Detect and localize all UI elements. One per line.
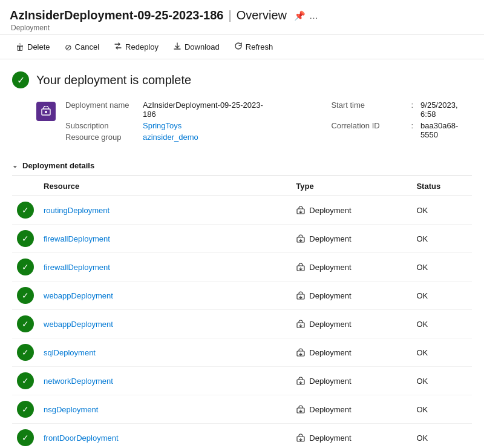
row-status: OK [411,367,472,395]
toolbar: 🗑 Delete ⊘ Cancel Redeploy Download Refr… [0,35,484,59]
type-label: Deployment [309,320,351,329]
cancel-label: Cancel [75,42,99,51]
refresh-label: Refresh [246,42,273,51]
pin-icon[interactable]: 📌 [294,10,306,21]
delete-button[interactable]: 🗑 Delete [10,39,56,55]
deployment-type-icon [296,205,306,215]
row-resource-name: webappDeployment [39,310,291,338]
type-label: Deployment [309,291,351,300]
page-subtitle: Overview [237,8,287,22]
row-status-check: ✓ [12,395,39,424]
deployment-type-icon [296,319,306,329]
deployment-type-icon [296,348,306,357]
row-status-check: ✓ [12,338,39,367]
download-button[interactable]: Download [167,39,226,55]
table-row: ✓networkDeployment DeploymentOK [12,367,472,395]
label-resource-group: Resource group [65,133,138,142]
table-row: ✓webappDeployment DeploymentOK [12,282,472,310]
resource-link[interactable]: webappDeployment [44,291,113,300]
more-options-icon[interactable]: … [309,10,318,21]
type-label: Deployment [309,433,351,443]
status-success-icon: ✓ [12,71,29,88]
success-check-icon: ✓ [17,230,34,247]
deployment-type-icon [296,291,306,300]
value-deployment-name: AzInsiderDeployment-09-25-2023-186 [143,100,270,119]
svg-point-1 [45,111,47,113]
label-subscription: Subscription [65,121,138,130]
deployment-type-icon [296,404,306,414]
info-left: Deployment name AzInsiderDeployment-09-2… [65,100,270,142]
deployment-type-icon [296,433,306,443]
row-type: Deployment [291,338,411,367]
cancel-button[interactable]: ⊘ Cancel [59,39,105,55]
deployment-type-icon [296,234,306,243]
resource-link[interactable]: networkDeployment [44,377,113,386]
refresh-button[interactable]: Refresh [228,39,280,55]
info-row-resource-group: Resource group azinsider_demo [65,133,270,142]
success-check-icon: ✓ [17,372,34,389]
col-header-status: Status [411,176,472,196]
row-type: Deployment [291,196,411,225]
row-resource-name: nsgDeployment [39,395,291,424]
chevron-down-icon: ⌄ [12,162,18,170]
info-row-subscription: Subscription SpringToys [65,121,270,130]
label-correlation-id: Correlation ID [331,121,404,139]
row-type: Deployment [291,253,411,282]
deployment-type-icon [296,262,306,272]
label-start-time: Start time [331,100,404,119]
label-deployment-name: Deployment name [65,100,138,119]
col-header-check [12,176,39,196]
table-row: ✓firewallDeployment DeploymentOK [12,253,472,282]
delete-label: Delete [27,42,50,51]
redeploy-button[interactable]: Redeploy [108,39,165,55]
table-header-row: Resource Type Status [12,176,472,196]
header-separator: | [228,8,231,22]
row-status: OK [411,395,472,424]
row-status-check: ✓ [12,196,39,225]
row-status: OK [411,338,472,367]
row-type: Deployment [291,225,411,253]
value-subscription[interactable]: SpringToys [143,121,182,130]
row-status: OK [411,424,472,449]
row-status-check: ✓ [12,424,39,449]
resource-link[interactable]: webappDeployment [44,320,113,329]
cancel-icon: ⊘ [65,42,72,52]
row-status-check: ✓ [12,367,39,395]
deployment-type-icon [296,376,306,386]
details-header[interactable]: ⌄ Deployment details [12,156,472,176]
info-right: Start time : 9/25/2023, 6:58 Correlation… [331,100,472,142]
resource-link[interactable]: sqlDeployment [44,348,96,357]
type-label: Deployment [309,405,351,414]
type-label: Deployment [309,348,351,357]
value-correlation-id: baa30a68-5550 [420,121,472,139]
row-resource-name: sqlDeployment [39,338,291,367]
resource-link[interactable]: routingDeployment [44,206,110,215]
row-status-check: ✓ [12,310,39,338]
row-status-check: ✓ [12,253,39,282]
resource-link[interactable]: frontDoorDeployment [44,433,119,443]
resource-link[interactable]: firewallDeployment [44,234,110,243]
row-resource-name: networkDeployment [39,367,291,395]
row-status: OK [411,282,472,310]
row-status: OK [411,196,472,225]
header-subtitle: Deployment [11,24,474,32]
row-type: Deployment [291,310,411,338]
resource-link[interactable]: firewallDeployment [44,263,110,272]
type-label: Deployment [309,263,351,272]
value-resource-group[interactable]: azinsider_demo [143,133,198,142]
content-area: ✓ Your deployment is complete Deployment… [0,59,484,448]
row-status: OK [411,310,472,338]
download-label: Download [185,42,220,51]
table-row: ✓firewallDeployment DeploymentOK [12,225,472,253]
success-check-icon: ✓ [17,315,34,332]
row-type: Deployment [291,424,411,449]
col-header-resource: Resource [39,176,291,196]
row-status: OK [411,253,472,282]
resource-link[interactable]: nsgDeployment [44,405,98,414]
table-row: ✓nsgDeployment DeploymentOK [12,395,472,424]
row-type: Deployment [291,282,411,310]
status-banner: ✓ Your deployment is complete [12,71,472,88]
details-section: ⌄ Deployment details Resource Type Statu… [12,156,472,448]
header: AzInsiderDeployment-09-25-2023-186 | Ove… [0,0,484,35]
row-status-check: ✓ [12,282,39,310]
